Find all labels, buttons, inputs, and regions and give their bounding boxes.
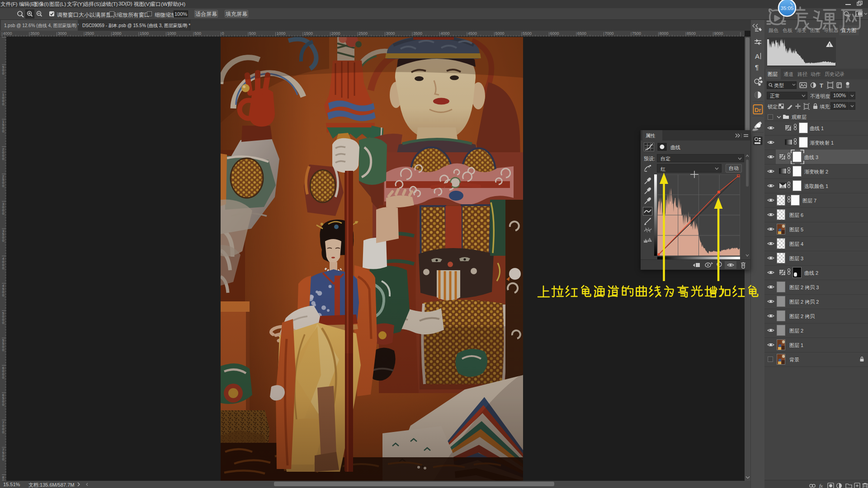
svg-text:0: 0 — [2, 321, 5, 325]
svg-text:6500: 6500 — [577, 31, 586, 36]
svg-text:4000: 4000 — [3, 31, 12, 36]
svg-text:0: 0 — [2, 403, 5, 407]
svg-text:0: 0 — [2, 184, 5, 188]
svg-text:500: 500 — [249, 31, 256, 36]
svg-text:0: 0 — [2, 266, 5, 270]
svg-text:0: 0 — [2, 211, 5, 216]
svg-text:1500: 1500 — [140, 31, 149, 36]
svg-text:7000: 7000 — [605, 31, 614, 36]
svg-text:0: 0 — [2, 375, 5, 380]
svg-text:3000: 3000 — [58, 31, 67, 36]
svg-text:fx: fx — [819, 483, 823, 488]
svg-text:4500: 4500 — [468, 31, 477, 36]
svg-text:9000: 9000 — [714, 31, 723, 36]
svg-text:0: 0 — [2, 239, 5, 243]
svg-text:Dr: Dr — [755, 107, 761, 113]
svg-text:0: 0 — [2, 457, 5, 461]
svg-text:6000: 6000 — [550, 31, 559, 36]
svg-text:0: 0 — [2, 293, 5, 297]
svg-text:0: 0 — [222, 31, 224, 36]
svg-text:5500: 5500 — [523, 31, 532, 36]
svg-text:1000: 1000 — [277, 31, 286, 36]
svg-text:0: 0 — [2, 102, 5, 106]
svg-text:8000: 8000 — [660, 31, 669, 36]
svg-text:500: 500 — [194, 31, 201, 36]
svg-text:A: A — [755, 52, 760, 60]
svg-text:2000: 2000 — [113, 31, 122, 36]
svg-text:7500: 7500 — [632, 31, 641, 36]
svg-text:3000: 3000 — [386, 31, 395, 36]
svg-text:1500: 1500 — [304, 31, 313, 36]
svg-text:8500: 8500 — [687, 31, 696, 36]
svg-text:¶: ¶ — [755, 63, 759, 71]
svg-text:1000: 1000 — [167, 31, 176, 36]
svg-text:0: 0 — [2, 157, 5, 161]
svg-text:2000: 2000 — [331, 31, 340, 36]
svg-text:3500: 3500 — [413, 31, 422, 36]
svg-text:0: 0 — [2, 71, 5, 75]
svg-text:2500: 2500 — [85, 31, 94, 36]
svg-text:2500: 2500 — [359, 31, 368, 36]
svg-text:0: 0 — [2, 348, 5, 352]
svg-text:3500: 3500 — [30, 31, 39, 36]
svg-text:5000: 5000 — [495, 31, 505, 36]
svg-text:4000: 4000 — [441, 31, 450, 36]
svg-text:0: 0 — [2, 129, 5, 133]
svg-text:0: 0 — [2, 430, 5, 434]
svg-text:T: T — [820, 82, 823, 89]
